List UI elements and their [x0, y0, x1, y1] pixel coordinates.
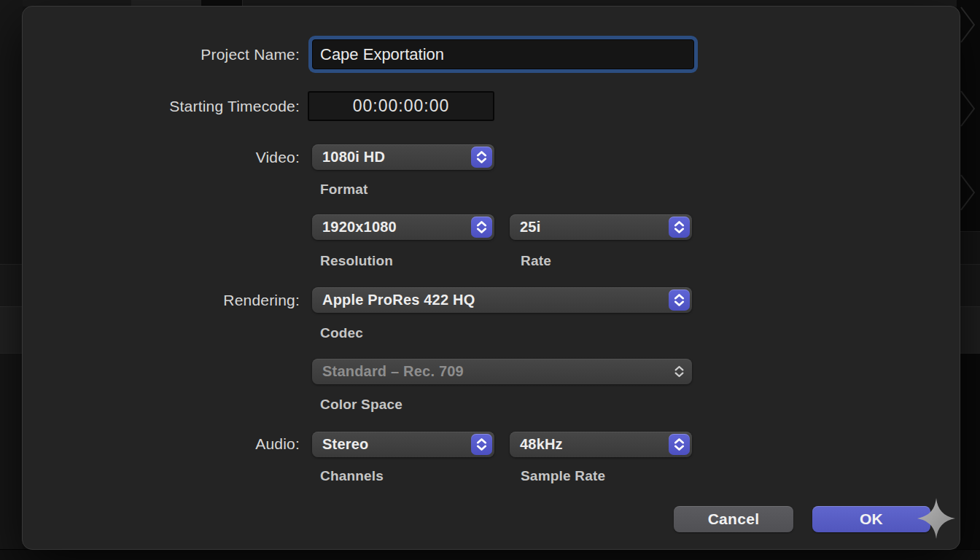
video-rate-dropdown[interactable]: 25i: [510, 214, 692, 240]
fcp-new-project-screen: Project Name: Starting Timecode: 00:00:0…: [0, 0, 980, 560]
audio-label: Audio:: [255, 435, 300, 454]
chevron-up-down-icon: [471, 147, 492, 168]
video-format-dropdown[interactable]: 1080i HD: [312, 144, 494, 170]
audio-sample-rate-value: 48kHz: [510, 436, 692, 453]
project-name-field-focus-ring: [308, 36, 698, 73]
chevron-up-down-icon: [669, 217, 690, 238]
chevron-up-down-icon: [471, 434, 492, 455]
starting-timecode-field[interactable]: 00:00:00:00: [308, 91, 494, 121]
color-space-caption: Color Space: [320, 397, 402, 412]
video-resolution-value: 1920x1080: [312, 219, 494, 236]
rendering-label: Rendering:: [223, 291, 300, 310]
codec-caption: Codec: [320, 325, 363, 341]
project-name-input[interactable]: [312, 39, 694, 69]
starting-timecode-label: Starting Timecode:: [169, 97, 300, 116]
chevron-right-icon: [960, 6, 977, 44]
project-name-label: Project Name:: [201, 45, 300, 64]
chevron-up-down-icon: [471, 217, 492, 238]
cancel-button[interactable]: Cancel: [674, 506, 793, 532]
video-label: Video:: [256, 148, 300, 167]
new-project-dialog: Project Name: Starting Timecode: 00:00:0…: [22, 6, 960, 550]
background-list-row: [0, 264, 23, 307]
rendering-codec-value: Apple ProRes 422 HQ: [312, 292, 692, 308]
rendering-codec-dropdown[interactable]: Apple ProRes 422 HQ: [312, 287, 692, 313]
sample-rate-caption: Sample Rate: [521, 468, 605, 483]
audio-sample-rate-dropdown[interactable]: 48kHz: [510, 432, 692, 457]
starting-timecode-value: 00:00:00:00: [353, 96, 450, 116]
chevron-right-icon: [960, 90, 977, 128]
background-bottom-bar: [0, 549, 980, 560]
rendering-color-space-value: Standard – Rec. 709: [312, 363, 692, 380]
channels-caption: Channels: [320, 468, 384, 483]
chevron-right-icon: [960, 174, 977, 211]
resolution-caption: Resolution: [320, 253, 393, 268]
background-list-row: [0, 306, 23, 354]
video-format-value: 1080i HD: [312, 149, 494, 166]
audio-channels-value: Stereo: [312, 436, 494, 453]
video-resolution-dropdown[interactable]: 1920x1080: [312, 214, 494, 240]
format-caption: Format: [320, 182, 368, 197]
rendering-color-space-dropdown: Standard – Rec. 709: [312, 359, 692, 384]
chevron-up-down-icon: [669, 289, 690, 311]
ok-button[interactable]: OK: [812, 506, 930, 532]
rate-caption: Rate: [521, 253, 551, 268]
video-rate-value: 25i: [510, 219, 692, 236]
audio-channels-dropdown[interactable]: Stereo: [312, 432, 494, 457]
chevron-up-down-icon: [669, 434, 690, 455]
chevron-up-down-icon: [669, 361, 690, 382]
